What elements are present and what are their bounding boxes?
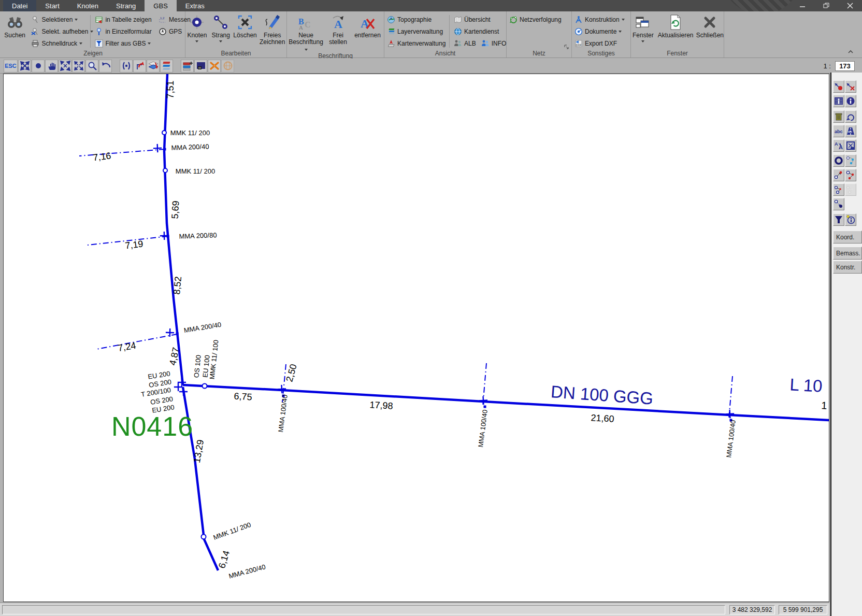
zoom-extents-button[interactable] [59,60,71,73]
bemass-button[interactable]: Bemass. [833,247,862,260]
pan-hand-button[interactable] [45,60,58,73]
rotate-button[interactable] [845,110,856,123]
fenster-button[interactable]: Fenster [631,13,655,50]
svg-text:A: A [839,144,843,150]
node-delete-button[interactable] [845,80,856,93]
info-button[interactable]: INFO [479,38,509,49]
node-insert-button[interactable] [833,80,844,93]
close-icon [701,14,718,31]
layer-stack-button[interactable] [160,60,173,73]
pan-arrows-button[interactable] [18,60,31,73]
tab-extras[interactable]: Extras [177,0,213,11]
rotate-center-button[interactable] [120,60,133,73]
node-move-button[interactable] [833,169,844,181]
pipe-main-vertical[interactable] [164,74,183,385]
map-label: 21,60 [591,412,614,424]
link-split-button[interactable] [833,183,844,196]
schliessen-button[interactable]: Schließen [696,13,724,50]
map-frame-button[interactable] [194,60,207,73]
suchen-button[interactable]: Suchen [1,13,28,50]
map-arrow-icon [387,39,395,48]
center-dot-button[interactable] [32,60,45,73]
info-table-button[interactable] [833,95,844,107]
esc-button[interactable]: ESC [4,60,18,73]
knoten-button[interactable]: Knoten [185,13,209,50]
tab-start[interactable]: Start [36,0,68,11]
pencil-icon [264,14,281,31]
ribbon-group-netz: Netzverfolgung Netz [507,11,572,58]
frei-stellen-button[interactable]: A Freistellen [326,13,350,52]
route-points-button[interactable] [845,154,856,167]
freies-zeichnen-button[interactable]: FreiesZeichnen [258,13,286,50]
zoom-magnifier-button[interactable] [85,60,98,73]
pipe-dimension-label-right: L 10 [789,375,823,396]
network-trace-icon [509,16,518,24]
label-frame-button[interactable] [845,139,856,152]
pipe-label-right-num: 1 [821,399,827,412]
undo-view-button[interactable] [99,60,112,73]
beschriftung-entfernen-button[interactable]: A entfernen [352,13,383,52]
abc-label-button[interactable]: abc [833,125,844,137]
konstruktion-button[interactable]: Konstruktion [572,14,627,25]
kartendienst-button[interactable]: Kartendienst [451,26,505,37]
rotate-page-button[interactable] [133,60,146,73]
tab-knoten[interactable]: Knoten [68,0,107,11]
close-orange-button[interactable] [208,60,221,73]
messen-button[interactable]: 1,2Messen [156,14,185,25]
link-disabled-button[interactable] [845,183,856,196]
delete-icon [237,14,253,31]
konstr-button[interactable]: Konstr. [833,261,862,274]
selektieren-button[interactable]: Selektieren [28,14,89,25]
info-circle-button[interactable] [845,95,856,107]
loeschen-button[interactable]: Löschen [233,13,257,50]
netzverfolgung-button[interactable]: Netzverfolgung [507,14,564,25]
globe-orange-button[interactable] [221,60,234,73]
strang-button[interactable]: Strang [210,13,232,50]
kartenverwaltung-button[interactable]: Kartenverwaltung [384,38,448,49]
form-pin-icon [95,27,103,36]
group-label-ansicht: Ansicht [384,50,506,58]
koord-button[interactable]: Koord. [833,231,862,243]
link-edit-button[interactable] [845,169,856,181]
filter-funnel-button[interactable] [833,213,844,226]
topographie-button[interactable]: Topographie [384,14,448,25]
tab-gbs[interactable]: GBS [145,0,176,11]
map-canvas[interactable]: 7,51 MMK 11/ 200 MMA 200/40 7,16 MMK 11/… [3,74,829,602]
filter-aus-gbs-button[interactable]: Filter aus GBS [92,38,156,49]
alb-button[interactable]: ALB [451,38,479,49]
label-remove-icon: A [360,14,376,31]
netz-dialog-launcher[interactable] [564,43,570,49]
layer-arrow-button[interactable] [147,60,160,73]
layerverwaltung-button[interactable]: Layerverwaltung [384,26,448,37]
documents-icon [574,27,583,36]
minimize-button[interactable] [791,0,814,11]
street-label-button[interactable]: abc [845,125,856,137]
selekt-aufheben-button[interactable]: Selekt. aufheben [28,26,89,37]
neue-beschriftung-button[interactable]: BCA NeueBeschriftung [288,13,324,52]
ribbon: Suchen Selektieren Selekt. aufheben Schn… [0,11,862,58]
aktualisieren-button[interactable]: Aktualisieren [657,13,694,50]
gps-button[interactable]: GPS [156,26,185,37]
in-tabelle-zeigen-button[interactable]: in Tabelle zeigen [92,14,156,25]
tab-strang[interactable]: Strang [107,0,145,11]
info-marker-button[interactable] [845,213,856,226]
font-size-button[interactable]: AA [833,139,844,152]
label-move-icon: A [330,14,347,31]
close-window-button[interactable] [838,0,862,11]
node-ring-button[interactable] [833,154,844,167]
tab-datei[interactable]: Datei [3,0,36,11]
dokumente-button[interactable]: Dokumente [572,26,627,37]
export-dxf-button[interactable]: DXFExport DXF [572,38,627,49]
restore-button[interactable] [814,0,838,11]
in-einzelformular-button[interactable]: in Einzelformular [92,26,156,37]
delete-trash-button[interactable] [833,110,844,123]
dxf-icon: DXF [574,39,583,48]
topography-icon [387,16,395,24]
schnelldruck-button[interactable]: Schnelldruck [28,38,89,49]
zoom-window-button[interactable] [72,60,85,73]
node-shift-button[interactable] [833,198,844,210]
layer-add-button[interactable] [181,60,194,73]
ribbon-collapse-button[interactable] [846,48,855,55]
scale-value[interactable]: 173 [835,61,855,71]
uebersicht-button[interactable]: Übersicht [451,14,505,25]
